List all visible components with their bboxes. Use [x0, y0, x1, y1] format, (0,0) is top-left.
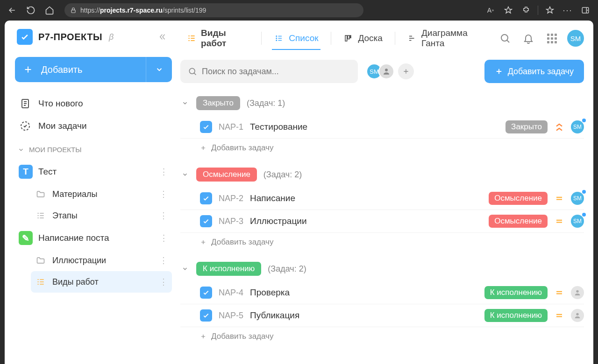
add-task-inline-label: Добавить задачу — [211, 238, 273, 247]
apps-icon[interactable] — [544, 30, 560, 46]
add-task-inline[interactable]: Добавить задачу — [180, 139, 584, 159]
svg-point-6 — [276, 40, 277, 41]
browser-bar: https://projects.r7-space.ru/sprints/lis… — [0, 0, 598, 21]
task-key: NAP-4 — [219, 288, 243, 298]
read-aloud-icon[interactable]: A» — [483, 3, 498, 18]
project-child-item[interactable]: Иллюстрации⋮ — [31, 250, 172, 271]
search-icon[interactable] — [497, 30, 513, 46]
add-task-button[interactable]: Добавить задачу — [484, 60, 584, 83]
assignee-avatar[interactable]: SM — [571, 215, 584, 228]
task-row[interactable]: NAP-5 Публикация К исполнению — [180, 304, 584, 327]
task-title: Написание — [250, 193, 295, 203]
task-row[interactable]: NAP-4 Проверка К исполнению — [180, 281, 584, 304]
priority-medium-icon — [555, 313, 563, 318]
project-child-item[interactable]: Этапы⋮ — [31, 205, 172, 226]
beta-label: β — [109, 32, 114, 42]
task-check-icon[interactable] — [200, 287, 212, 299]
browser-home-button[interactable] — [42, 3, 57, 18]
tab-label: Диаграмма Ганта — [421, 28, 487, 49]
svg-point-4 — [276, 36, 277, 37]
project-more-button[interactable]: ⋮ — [158, 275, 169, 289]
task-title: Иллюстрации — [250, 216, 307, 226]
url-bar[interactable]: https://projects.r7-space.ru/sprints/lis… — [64, 3, 363, 17]
project-name: Тест — [38, 167, 57, 177]
task-key: NAP-3 — [219, 217, 243, 226]
project-more-button[interactable]: ⋮ — [158, 165, 169, 179]
section-label: МОИ ПРОЕКТЫ — [29, 146, 81, 154]
search-box[interactable] — [180, 60, 358, 83]
add-task-label: Добавить задачу — [508, 67, 574, 77]
group-header[interactable]: Осмысление (Задач: 2) — [180, 165, 584, 187]
browser-refresh-button[interactable] — [23, 3, 38, 18]
project-item[interactable]: ✎Написание поста⋮ — [15, 226, 172, 250]
task-title: Тестирование — [250, 122, 307, 132]
projects-section-header[interactable]: МОИ ПРОЕКТЫ — [15, 137, 172, 160]
project-more-button[interactable]: ⋮ — [158, 209, 169, 223]
priority-medium-icon — [555, 218, 563, 224]
nav-mytasks[interactable]: Мои задачи — [15, 115, 172, 137]
group-status-pill: Осмысление — [196, 168, 257, 182]
tab-gantt[interactable]: Диаграмма Ганта — [401, 24, 493, 52]
plus-icon — [495, 67, 503, 76]
url-text: https://projects.r7-space.ru/sprints/lis… — [80, 7, 206, 14]
task-status-pill[interactable]: Закрыто — [505, 120, 548, 133]
chevron-down-icon — [180, 266, 190, 272]
divider — [395, 32, 395, 45]
task-status-pill[interactable]: К исполнению — [484, 309, 548, 322]
extensions-icon[interactable] — [518, 3, 534, 18]
task-status-pill[interactable]: Осмысление — [489, 215, 548, 228]
project-item[interactable]: ТТест⋮ — [15, 160, 172, 183]
browser-back-button[interactable] — [5, 3, 20, 18]
svg-point-5 — [276, 38, 277, 39]
project-child-item[interactable]: Виды работ⋮ — [31, 271, 172, 293]
logo-icon — [17, 29, 33, 45]
assignee-avatar-empty[interactable] — [571, 309, 584, 322]
view-title: Виды работ — [180, 24, 256, 52]
project-child-name: Иллюстрации — [52, 256, 106, 266]
task-check-icon[interactable] — [200, 309, 212, 322]
task-check-icon[interactable] — [200, 215, 212, 227]
nav-whatsnew[interactable]: Что нового — [15, 92, 172, 115]
sidebar-toggle-icon[interactable] — [577, 3, 593, 18]
tab-list[interactable]: Список — [267, 29, 325, 47]
task-row[interactable]: NAP-3 Иллюстрации Осмысление SM — [180, 210, 584, 233]
project-more-button[interactable]: ⋮ — [158, 231, 169, 245]
collapse-sidebar-button[interactable] — [156, 30, 169, 43]
user-avatar[interactable]: SM — [567, 30, 584, 47]
tab-label: Список — [289, 33, 318, 43]
project-child-item[interactable]: Материалы⋮ — [31, 183, 172, 205]
favorite-icon[interactable] — [500, 3, 516, 18]
task-row[interactable]: NAP-1 Тестирование Закрыто SM — [180, 116, 584, 139]
task-title: Публикация — [250, 310, 299, 321]
user-chip-empty[interactable] — [378, 63, 394, 79]
search-input[interactable] — [202, 67, 350, 77]
chevron-down-icon — [180, 171, 190, 178]
group-header[interactable]: Закрыто (Задач: 1) — [180, 93, 584, 116]
project-child-name: Материалы — [52, 189, 97, 199]
collections-icon[interactable] — [542, 3, 558, 18]
task-row[interactable]: NAP-2 Написание Осмысление SM — [180, 187, 584, 210]
folder-icon — [35, 188, 47, 200]
task-check-icon[interactable] — [200, 121, 212, 133]
list-icon — [35, 210, 47, 222]
add-assignee-button[interactable] — [398, 63, 414, 79]
logo-text: Р7-ПРОЕКТЫ — [38, 32, 102, 42]
tab-board[interactable]: Доска — [336, 29, 389, 47]
assignee-avatar[interactable]: SM — [571, 192, 584, 205]
project-more-button[interactable]: ⋮ — [158, 253, 169, 267]
task-status-pill[interactable]: К исполнению — [484, 286, 548, 299]
add-button[interactable]: Добавить — [15, 57, 172, 82]
document-icon — [20, 98, 31, 109]
assignee-avatar[interactable]: SM — [571, 120, 584, 133]
task-check-icon[interactable] — [200, 192, 212, 204]
project-more-button[interactable]: ⋮ — [158, 187, 169, 201]
notifications-icon[interactable] — [520, 30, 536, 46]
add-task-inline[interactable]: Добавить задачу — [180, 233, 584, 253]
add-dropdown-toggle[interactable] — [146, 57, 172, 82]
svg-rect-7 — [345, 35, 347, 41]
task-status-pill[interactable]: Осмысление — [489, 192, 548, 205]
assignee-avatar-empty[interactable] — [571, 286, 584, 299]
more-icon[interactable]: ··· — [560, 3, 576, 18]
group-header[interactable]: К исполнению (Задач: 2) — [180, 259, 584, 281]
add-task-inline[interactable]: Добавить задачу — [180, 327, 584, 348]
